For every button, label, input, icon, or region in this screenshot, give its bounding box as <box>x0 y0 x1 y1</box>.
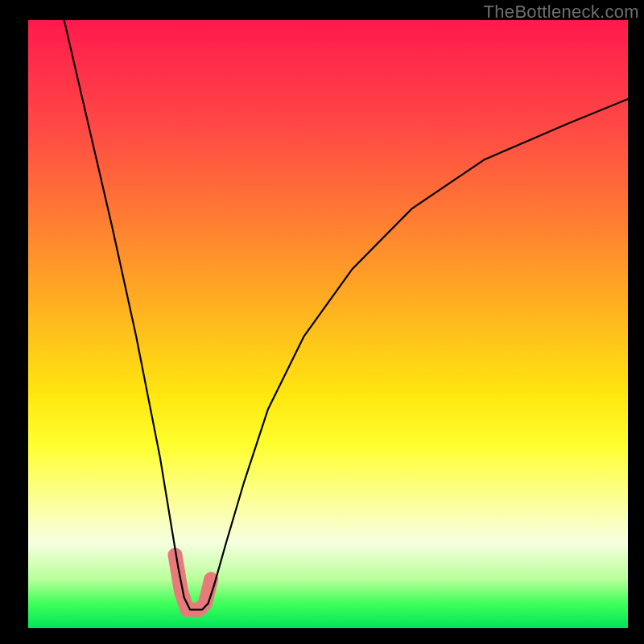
bottleneck-curve <box>64 20 628 609</box>
bottleneck-curve-svg <box>28 20 628 628</box>
plot-area <box>28 20 628 628</box>
watermark-label: TheBottleneck.com <box>484 2 639 23</box>
chart-frame: TheBottleneck.com <box>0 0 644 644</box>
